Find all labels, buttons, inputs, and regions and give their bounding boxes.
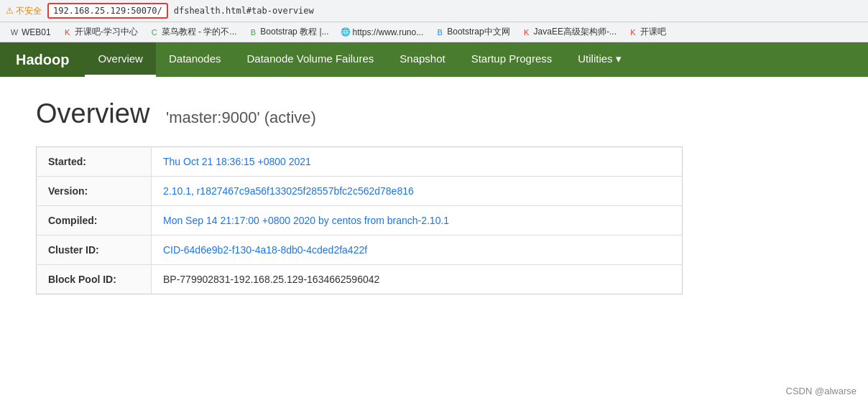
table-row: Version:2.10.1, r1827467c9a56f133025f285… bbox=[37, 177, 683, 206]
table-value-0: Thu Oct 21 18:36:15 +0800 2021 bbox=[152, 147, 683, 177]
nav-label-datanode-volume-failures: Datanode Volume Failures bbox=[247, 52, 374, 65]
dropdown-arrow-icon: ▾ bbox=[616, 52, 622, 65]
bookmark-icon-bootstrap: B bbox=[248, 27, 258, 37]
bookmark-kaikeba[interactable]: K开课吧-学习中心 bbox=[59, 24, 142, 39]
browser-bar: ⚠ 不安全 192.168.25.129:50070/ dfshealth.ht… bbox=[0, 0, 868, 22]
bookmark-icon-javaee: K bbox=[522, 27, 532, 37]
bookmark-icon-kaikeba2: K bbox=[628, 27, 638, 37]
table-label-0: Started: bbox=[37, 147, 152, 177]
bookmark-kaikeba2[interactable]: K开课吧 bbox=[624, 24, 670, 39]
table-value-3: CID-64d6e9b2-f130-4a18-8db0-4cded2fa422f bbox=[152, 236, 683, 265]
bookmark-label-kaikeba: 开课吧-学习中心 bbox=[75, 26, 138, 38]
bookmark-runo[interactable]: 🌐https://www.runo... bbox=[337, 26, 428, 39]
bookmark-icon-web01: W bbox=[9, 27, 19, 37]
main-content: Overview 'master:9000' (active) Started:… bbox=[0, 77, 868, 316]
nav-item-startup-progress[interactable]: Startup Progress bbox=[458, 42, 565, 77]
table-row: Started:Thu Oct 21 18:36:15 +0800 2021 bbox=[37, 147, 683, 177]
info-table-body: Started:Thu Oct 21 18:36:15 +0800 2021Ve… bbox=[37, 147, 683, 294]
bookmark-javaee[interactable]: KJavaEE高级架构师-... bbox=[518, 24, 620, 39]
url-highlighted[interactable]: 192.168.25.129:50070/ bbox=[47, 3, 168, 19]
table-label-1: Version: bbox=[37, 177, 152, 206]
table-label-3: Cluster ID: bbox=[37, 236, 152, 265]
table-row: Compiled:Mon Sep 14 21:17:00 +0800 2020 … bbox=[37, 206, 683, 236]
bookmark-label-web01: WEB01 bbox=[22, 27, 51, 37]
nav-item-datanodes[interactable]: Datanodes bbox=[156, 42, 234, 77]
bookmark-label-kaikeba2: 开课吧 bbox=[640, 26, 666, 38]
bookmark-bootstrap[interactable]: BBootstrap 教程 |... bbox=[244, 24, 332, 39]
security-warning: ⚠ 不安全 bbox=[6, 5, 42, 17]
nav-label-utilities: Utilities ▾ bbox=[578, 52, 621, 65]
warning-icon: ⚠ bbox=[6, 6, 14, 16]
bookmark-caoniao[interactable]: C菜鸟教程 - 学的不... bbox=[146, 24, 241, 39]
table-label-4: Block Pool ID: bbox=[37, 265, 152, 294]
bookmark-label-bootstrap-cn: Bootstrap中文网 bbox=[447, 26, 509, 38]
table-row: Cluster ID:CID-64d6e9b2-f130-4a18-8db0-4… bbox=[37, 236, 683, 265]
page-title: Overview 'master:9000' (active) bbox=[36, 98, 832, 129]
nav-item-overview[interactable]: Overview bbox=[85, 42, 156, 77]
bookmark-icon-bootstrap-cn: B bbox=[435, 27, 445, 37]
nav-label-overview: Overview bbox=[98, 52, 143, 65]
nav-label-startup-progress: Startup Progress bbox=[471, 52, 553, 65]
bookmark-label-bootstrap: Bootstrap 教程 |... bbox=[260, 26, 328, 38]
table-value-1: 2.10.1, r1827467c9a56f133025f28557bfc2c5… bbox=[152, 177, 683, 206]
bookmark-icon-runo: 🌐 bbox=[341, 27, 351, 37]
nav-item-datanode-volume-failures[interactable]: Datanode Volume Failures bbox=[234, 42, 387, 77]
info-table: Started:Thu Oct 21 18:36:15 +0800 2021Ve… bbox=[36, 146, 683, 294]
nav-label-datanodes: Datanodes bbox=[169, 52, 221, 65]
bookmarks-bar: WWEB01K开课吧-学习中心C菜鸟教程 - 学的不...BBootstrap … bbox=[0, 22, 868, 42]
page-subtitle: 'master:9000' (active) bbox=[166, 108, 316, 126]
bookmark-label-javaee: JavaEE高级架构师-... bbox=[534, 26, 617, 38]
bookmark-web01[interactable]: WWEB01 bbox=[6, 26, 55, 39]
table-label-2: Compiled: bbox=[37, 206, 152, 236]
nav-item-utilities[interactable]: Utilities ▾ bbox=[565, 42, 634, 77]
navbar-brand: Hadoop bbox=[0, 42, 85, 77]
bookmark-bootstrap-cn[interactable]: BBootstrap中文网 bbox=[431, 24, 513, 39]
nav-label-snapshot: Snapshot bbox=[400, 52, 445, 65]
bookmark-icon-caoniao: C bbox=[149, 27, 160, 37]
bookmark-icon-kaikeba: K bbox=[63, 27, 73, 37]
url-rest: dfshealth.html#tab-overview bbox=[174, 6, 314, 16]
bookmark-label-runo: https://www.runo... bbox=[353, 27, 424, 37]
table-value-2: Mon Sep 14 21:17:00 +0800 2020 by centos… bbox=[152, 206, 683, 236]
table-row: Block Pool ID:BP-779902831-192.168.25.12… bbox=[37, 265, 683, 294]
nav-item-snapshot[interactable]: Snapshot bbox=[387, 42, 458, 77]
table-value-4: BP-779902831-192.168.25.129-163466259604… bbox=[152, 265, 683, 294]
bookmark-label-caoniao: 菜鸟教程 - 学的不... bbox=[162, 26, 237, 38]
navbar-nav: OverviewDatanodesDatanode Volume Failure… bbox=[85, 42, 868, 77]
navbar: Hadoop OverviewDatanodesDatanode Volume … bbox=[0, 42, 868, 77]
